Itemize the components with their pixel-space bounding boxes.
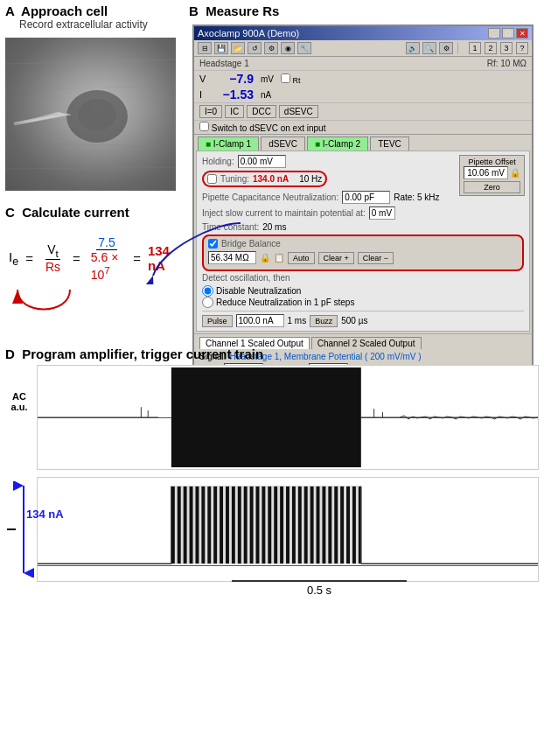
- tab-iclamp2[interactable]: ■ I-Clamp 2: [307, 136, 368, 150]
- section-c: C Calculate current Ie = Vt Rs = 7.5 5.6…: [0, 201, 184, 341]
- svg-line-5: [5, 86, 176, 90]
- time-const-value: 20 ms: [262, 222, 286, 232]
- svg-point-1: [78, 99, 116, 130]
- bridge-icon1: 🔒: [260, 253, 270, 262]
- bridge-val-row: 56.34 MΩ 🔒 📋 Auto Clear + Clear −: [208, 251, 518, 264]
- section-b: B Measure Rs Axoclamp 900A (Demo) _ □ ✕ …: [184, 0, 544, 341]
- mode-dsevc-btn[interactable]: dSEVC: [279, 105, 318, 118]
- bottom-trace: [37, 477, 539, 582]
- close-btn[interactable]: ✕: [516, 28, 528, 38]
- mode-i0-btn[interactable]: I=0: [199, 105, 222, 118]
- timescale-bar: 0.5 s: [68, 580, 544, 597]
- ch-num-1[interactable]: 1: [469, 42, 481, 54]
- inject-label: Inject slow current to maintain potentia…: [202, 208, 366, 218]
- osc-opt2-radio[interactable]: [202, 297, 213, 308]
- formula-area: Ie = Vt Rs = 7.5 5.6 × 107 = 134 nA: [0, 220, 184, 339]
- tuning-checkbox[interactable]: [207, 174, 217, 184]
- ch-num-2[interactable]: 2: [485, 42, 497, 54]
- osc-opt1-radio[interactable]: [202, 285, 213, 297]
- toolbar-icon-config[interactable]: ⚙: [439, 42, 453, 54]
- na-label: 134 nA: [26, 508, 64, 521]
- time-const-row: Time constant: 20 ms: [202, 222, 524, 232]
- frac2: 7.5 5.6 × 107: [91, 235, 122, 282]
- osc-label-row: Detect oscillation, then: [202, 273, 524, 283]
- minimize-btn[interactable]: _: [488, 28, 500, 38]
- toolbar-icon-2[interactable]: 💾: [214, 42, 228, 54]
- pip-offset-label: Pipette Offset: [464, 158, 520, 166]
- switch-checkbox[interactable]: [199, 122, 209, 131]
- holding-value[interactable]: 0.00 mV: [238, 155, 286, 168]
- osc-label: Detect oscillation, then: [202, 273, 290, 283]
- bridge-label: Bridge Balance: [221, 239, 281, 248]
- toolbar-icon-1[interactable]: ⊟: [198, 42, 212, 54]
- ch-num-help[interactable]: ?: [516, 42, 528, 54]
- toolbar-icon-6[interactable]: ◉: [281, 42, 295, 54]
- i-value: −1.53: [217, 88, 254, 102]
- bridge-clear-plus-btn[interactable]: Clear +: [318, 252, 354, 264]
- toolbar-icon-vol[interactable]: 🔊: [406, 42, 420, 54]
- pulse-row: Pulse 100.0 nA 1 ms Buzz 500 µs: [202, 311, 524, 327]
- pip-cap-rate: Rate: 5 kHz: [394, 192, 439, 202]
- toolbar-icon-7[interactable]: 🔧: [297, 42, 311, 54]
- eq2: =: [73, 251, 80, 266]
- i-unit: nA: [261, 90, 271, 100]
- toolbar-icon-3[interactable]: 📂: [231, 42, 245, 54]
- tuning-value: 134.0 nA: [253, 174, 289, 184]
- eq3: =: [133, 251, 141, 266]
- window-title: Axoclamp 900A (Demo): [198, 28, 299, 38]
- pulse-value[interactable]: 100.0 nA: [236, 314, 284, 327]
- frac-den2: 5.6 × 107: [91, 250, 122, 282]
- rt-checkbox[interactable]: [281, 74, 290, 83]
- bridge-value[interactable]: 56.34 MΩ: [208, 251, 256, 264]
- window-titlebar: Axoclamp 900A (Demo) _ □ ✕: [194, 26, 532, 40]
- tuning-label: Tuning:: [220, 174, 249, 184]
- bridge-checkbox[interactable]: [208, 239, 218, 248]
- mode-row: I=0 IC DCC dSEVC: [194, 102, 532, 120]
- top-trace: [37, 365, 539, 470]
- tab-content: Pipette Offset 10.06 mV 🔒 Zero Holding: …: [196, 150, 530, 332]
- buzz-dur: 500 µs: [341, 316, 367, 326]
- pip-cap-value: 0.00 pF: [342, 191, 390, 204]
- traces-area: AC a.u.: [5, 365, 539, 662]
- toolbar-icon-search[interactable]: 🔍: [422, 42, 436, 54]
- pulse-btn[interactable]: Pulse: [202, 315, 233, 327]
- window-controls: _ □ ✕: [488, 28, 528, 38]
- section-d-label: D Program amplifier, trigger current tra…: [0, 341, 544, 365]
- mode-ic-btn[interactable]: IC: [225, 105, 244, 118]
- inject-value[interactable]: 0 mV: [369, 206, 395, 220]
- tab-dsevc[interactable]: dSEVC: [261, 136, 305, 150]
- au-label: a.u.: [5, 402, 33, 412]
- channel-numbers: 1 2 3 ?: [469, 42, 528, 54]
- pip-zero-btn[interactable]: Zero: [464, 181, 520, 193]
- maximize-btn[interactable]: □: [502, 28, 514, 38]
- pulse-dur: 1 ms: [288, 316, 307, 326]
- toolbar-icon-4[interactable]: ↺: [248, 42, 262, 54]
- bridge-auto-btn[interactable]: Auto: [288, 252, 315, 264]
- eq1: =: [25, 251, 33, 266]
- tab-iclamp1[interactable]: ■ I-Clamp 1: [198, 136, 259, 150]
- lock-icon: 🔒: [510, 168, 520, 178]
- na-arrow-area: 134 nA: [10, 481, 37, 578]
- section-a: A Approach cell Record extracellular act…: [0, 0, 184, 201]
- ch-num-3[interactable]: 3: [500, 42, 513, 54]
- tab-tevc[interactable]: TEVC: [370, 136, 409, 150]
- v-check: Rt: [281, 74, 301, 85]
- i-row: I −1.53 nA: [194, 87, 532, 102]
- bridge-clear-minus-btn[interactable]: Clear −: [358, 252, 394, 264]
- ac-label: AC: [5, 391, 33, 402]
- switch-row: Switch to dSEVC on ext input: [194, 120, 532, 134]
- v-value: −7.9: [217, 72, 254, 86]
- timescale-label: 0.5 s: [68, 584, 544, 597]
- headstage-label: Headstage 1: [199, 59, 249, 68]
- microscope-image: [5, 38, 176, 191]
- window-toolbar: ⊟ 💾 📂 ↺ ⚙ ◉ 🔧 🔊 🔍 ⚙ 1 2 3 ?: [194, 40, 532, 57]
- bridge-row: Bridge Balance: [208, 239, 518, 248]
- top-trace-svg: [38, 366, 538, 469]
- toolbar-icon-5[interactable]: ⚙: [264, 42, 278, 54]
- bottom-trace-area: 134 nA: [5, 477, 539, 582]
- mode-dcc-btn[interactable]: DCC: [247, 105, 276, 118]
- microscope-svg: [5, 38, 176, 191]
- frac-num: Vt: [45, 242, 60, 260]
- buzz-btn[interactable]: Buzz: [310, 315, 338, 327]
- frac-den: Rs: [44, 260, 62, 274]
